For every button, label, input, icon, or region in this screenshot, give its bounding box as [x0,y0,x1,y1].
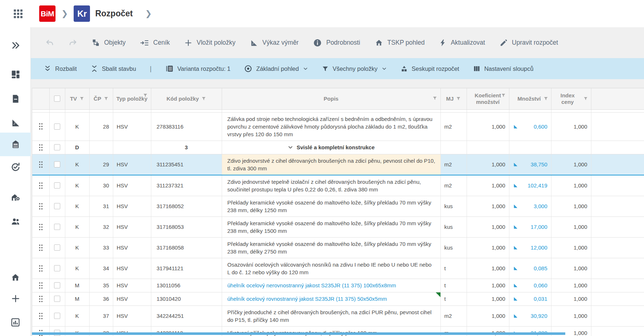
item-description-link[interactable]: úhelník ocelový nerovnostranný jakost S2… [227,282,396,288]
drag-handle-icon[interactable] [38,202,43,210]
drag-cell[interactable] [32,258,49,279]
table-row[interactable]: K34HSV317941121Osazování ocelových válco… [32,258,644,279]
filter-funnel-icon[interactable] [501,93,506,98]
mnozstvi-cell[interactable]: 0,600 [509,112,551,141]
measure-ruler-icon[interactable] [513,266,518,271]
quantity-value[interactable]: 30,920 [531,312,547,320]
mnozstvi-cell[interactable]: 12,000 [509,237,551,258]
select-cell[interactable] [49,175,65,196]
drag-cell[interactable] [32,279,49,292]
row-checkbox[interactable] [54,203,60,209]
popis-cell[interactable]: úhelník ocelový nerovnostranný jakost S2… [222,279,440,292]
quantity-value[interactable]: 0,031 [534,295,547,303]
table-row[interactable]: M36HSV13010420úhelník ocelový rovnostran… [32,292,644,305]
group-chevron-icon[interactable] [288,145,293,150]
column-header-koef[interactable]: Koeficient množství [467,88,509,109]
table-row[interactable]: K30HSV311237321Zdivo jednovrstvé tepelně… [32,175,644,196]
mnozstvi-cell[interactable]: 0,031 [509,292,551,305]
app-grid-icon[interactable] [14,9,22,18]
measure-ruler-icon[interactable] [513,224,518,230]
drag-cell[interactable] [32,196,49,216]
drag-cell[interactable] [32,216,49,237]
measure-ruler-icon[interactable] [513,203,518,209]
drag-cell[interactable] [32,292,49,305]
sidebar-item-people[interactable] [0,214,31,230]
objects-button[interactable]: Objekty [92,39,126,47]
select-cell[interactable] [49,141,65,154]
drag-handle-icon[interactable] [38,295,43,303]
filter-funnel-icon[interactable] [432,96,437,101]
drag-cell[interactable] [32,154,49,175]
breadcrumb-chevron-icon[interactable]: ❯ [145,9,152,19]
row-checkbox[interactable] [54,161,60,167]
select-cell[interactable] [49,112,65,141]
column-header-tv[interactable]: TV [65,88,89,109]
items-filter-button[interactable]: Všechny položky [322,65,387,72]
pricelist-button[interactable]: Ceník [140,39,170,47]
filter-funnel-icon[interactable] [543,96,548,101]
row-checkbox[interactable] [54,282,60,288]
select-cell[interactable] [49,216,65,237]
select-cell[interactable] [49,196,65,216]
select-cell[interactable] [49,305,65,326]
filter-funnel-icon[interactable] [79,96,84,101]
edit-budget-button[interactable]: Upravit rozpočet [500,39,558,47]
quantity-value[interactable]: 102,419 [528,182,547,189]
filter-funnel-icon[interactable] [201,96,206,101]
sidebar-item-construction[interactable] [0,189,31,205]
sidebar-item-documents[interactable] [0,91,31,107]
expand-all-button[interactable]: Rozbalit [44,65,77,72]
column-header-index[interactable]: Index ceny [551,88,591,109]
quantity-value[interactable]: 0,060 [534,282,547,289]
drag-handle-icon[interactable] [38,182,43,190]
select-cell[interactable] [49,258,65,279]
measure-ruler-icon[interactable] [513,313,518,319]
kr-logo[interactable]: Kr [74,5,90,22]
row-checkbox[interactable] [54,144,60,150]
details-button[interactable]: Podrobnosti [313,39,360,47]
drag-cell[interactable] [32,141,49,154]
filter-funnel-icon[interactable] [583,96,588,101]
row-checkbox[interactable] [54,224,60,230]
sidebar-item-reports[interactable] [0,314,31,330]
drag-handle-icon[interactable] [38,122,43,130]
redo-button[interactable] [69,39,77,47]
table-row[interactable]: K29HSV311235451Zdivo jednovrstvé z cihel… [32,154,644,175]
insert-items-button[interactable]: Vložit položky [184,39,235,47]
sidebar-item-measurements[interactable] [0,115,31,131]
sidebar-item-home[interactable] [0,269,31,285]
group-budget-button[interactable]: Seskupit rozpočet [401,65,459,72]
drag-handle-icon[interactable] [38,282,43,290]
drag-cell[interactable] [32,112,49,141]
row-checkbox[interactable] [54,313,60,319]
measure-ruler-icon[interactable] [513,296,518,301]
drag-handle-icon[interactable] [38,143,43,151]
quantity-value[interactable]: 12,000 [531,244,547,251]
horizontal-scrollbar[interactable] [32,332,565,335]
quantity-value[interactable]: 0,085 [534,264,547,272]
quantity-value[interactable]: 38,750 [531,161,547,168]
undo-button[interactable] [45,39,54,47]
collapse-building-button[interactable]: Sbalit stavbu [91,65,136,72]
sidebar-item-dashboard[interactable] [0,66,31,82]
drag-handle-icon[interactable] [38,223,43,231]
measure-ruler-icon[interactable] [513,162,518,167]
mnozstvi-cell[interactable]: 102,419 [509,175,551,196]
mnozstvi-cell[interactable]: 0,085 [509,258,551,279]
measure-ruler-icon[interactable] [513,283,518,288]
drag-cell[interactable] [32,305,49,326]
mnozstvi-cell[interactable] [509,141,551,154]
drag-handle-icon[interactable] [38,312,43,320]
select-cell[interactable] [49,292,65,305]
measure-ruler-icon[interactable] [513,183,518,188]
budget-variant-button[interactable]: Varianta rozpočtu: 1 [165,65,230,73]
table-row[interactable]: K33HSV317168058Překlady keramické vysoké… [32,237,644,258]
column-settings-button[interactable]: Nastavení sloupců [473,65,534,72]
row-checkbox[interactable] [54,296,60,302]
drag-cell[interactable] [32,175,49,196]
column-header-kod[interactable]: Kód položky [151,88,222,109]
column-header-mnozstvi[interactable]: Množství [509,88,551,109]
bim-logo[interactable]: BiM [39,5,56,22]
table-row[interactable]: M35HSV13011056úhelník ocelový nerovnostr… [32,279,644,292]
table-row[interactable]: K37HSV342244251Příčky jednoduché z cihel… [32,305,644,326]
